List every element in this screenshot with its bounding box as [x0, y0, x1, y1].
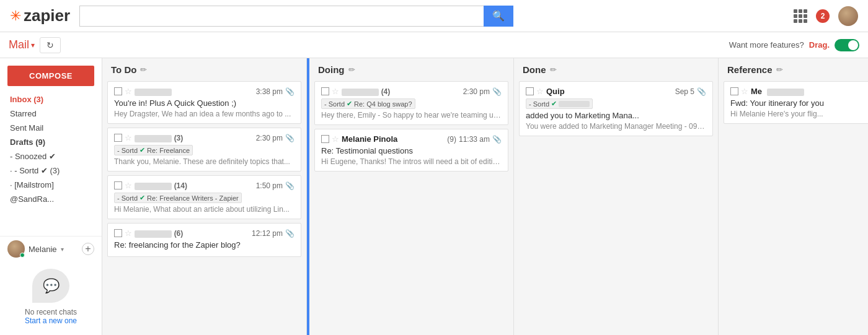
table-row[interactable]: ☆ Me Fwd: Your itinerary for you Hi Mela… [724, 81, 868, 124]
toggle-knob [848, 40, 858, 50]
attachment-icon: 📎 [285, 87, 294, 96]
header-right: 2 [794, 6, 858, 26]
kanban-col-doing: Doing ✏ ☆ (4) 2:30 pm 📎 [309, 58, 514, 335]
kanban-content: To Do ✏ ☆ 3:38 pm 📎 [102, 58, 868, 335]
table-row[interactable]: ☆ Melanie Pinola (9) 11:33 am 📎 Re: Test… [314, 129, 508, 172]
user-dropdown-icon: ▾ [61, 246, 64, 253]
sender-name [135, 87, 254, 96]
star-icon[interactable]: ☆ [536, 87, 544, 96]
table-row[interactable]: ☆ (14) 1:50 pm 📎 - Sortd ✔ Re: Freelanc [107, 175, 301, 219]
apps-grid-icon[interactable] [794, 9, 807, 23]
col-header-reference: Reference ✏ [719, 58, 868, 79]
col-edit-icon-reference[interactable]: ✏ [776, 65, 783, 74]
email-snippet: You were added to Marketing Manager Meet… [526, 122, 706, 131]
star-icon[interactable]: ☆ [741, 87, 748, 96]
refresh-button[interactable]: ↻ [40, 37, 61, 53]
star-icon[interactable]: ☆ [125, 87, 132, 96]
table-row[interactable]: ☆ (4) 2:30 pm 📎 - Sortd ✔ Re: Q4 blog s [314, 81, 508, 125]
attachment-icon: 📎 [492, 135, 502, 144]
sidebar-user[interactable]: Melanie ▾ + [0, 236, 102, 261]
star-icon[interactable]: ☆ [125, 181, 132, 190]
card-checkbox[interactable] [321, 135, 329, 143]
no-recent-chats-label: No recent chats [25, 308, 77, 316]
feature-toggle[interactable] [835, 39, 859, 51]
notification-badge[interactable]: 2 [816, 9, 830, 23]
col-header-done: Done ✏ [514, 58, 718, 79]
col-title-done: Done [523, 64, 546, 75]
card-checkbox[interactable] [114, 229, 122, 237]
table-row[interactable]: ☆ (3) 2:30 pm 📎 - Sortd ✔ Re: Freelance [107, 128, 301, 172]
kanban-col-done: Done ✏ ☆ Quip Sep 5 📎 - Sortd [514, 58, 719, 335]
email-subject: Re: Testimonial questions [321, 146, 502, 155]
sidebar-item-sortd[interactable]: · - Sortd ✔ (3) [0, 163, 102, 178]
tag-badge: - Sortd ✔ Re: Q4 blog swap? [321, 98, 415, 109]
card-checkbox[interactable] [730, 87, 738, 95]
card-checkbox[interactable] [526, 87, 534, 95]
star-icon[interactable]: ☆ [125, 228, 132, 238]
sidebar-item-drafts[interactable]: Drafts (9) [0, 135, 102, 149]
kanban-board: To Do ✏ ☆ 3:38 pm 📎 [102, 58, 868, 335]
chat-section: 💬 No recent chats Start a new one [0, 264, 102, 330]
star-icon[interactable]: ☆ [332, 87, 339, 96]
start-new-chat-link[interactable]: Start a new one [25, 316, 77, 325]
col-title-reference: Reference [727, 64, 773, 75]
sidebar-item-sandra[interactable]: @SandRa... [0, 192, 102, 206]
star-icon[interactable]: ☆ [332, 134, 339, 144]
sender-name: (6) [135, 228, 249, 238]
email-time: 12:12 pm [252, 229, 283, 238]
drag-label: Drag. [809, 40, 830, 50]
attachment-icon: 📎 [285, 229, 294, 238]
card-checkbox[interactable] [114, 181, 122, 189]
mail-dropdown-icon: ▾ [31, 41, 35, 50]
col-body-todo: ☆ 3:38 pm 📎 You're in! Plus A Quick Ques… [102, 79, 306, 335]
email-subject: You're in! Plus A Quick Question ;) [114, 98, 294, 108]
sender-name: Melanie Pinola [342, 134, 443, 144]
col-body-done: ☆ Quip Sep 5 📎 - Sortd ✔ added you to Ma… [514, 79, 718, 335]
sidebar-item-mailstrom[interactable]: · [Mailstrom] [0, 178, 102, 192]
sidebar-item-snoozed[interactable]: - Snoozed ✔ [0, 149, 102, 163]
chat-icon: 💬 [43, 278, 60, 294]
star-icon[interactable]: ☆ [125, 133, 132, 142]
compose-button[interactable]: COMPOSE [7, 66, 94, 86]
email-time: Sep 5 [675, 87, 694, 96]
col-edit-icon-done[interactable]: ✏ [550, 65, 557, 74]
search-input[interactable] [79, 6, 484, 27]
sender-name: Me [751, 87, 868, 96]
search-bar: 🔍 [79, 6, 513, 27]
add-account-button[interactable]: + [82, 243, 94, 255]
online-status-dot [20, 253, 25, 258]
attachment-icon: 📎 [697, 87, 706, 96]
sidebar-item-inbox[interactable]: Inbox (3) [0, 92, 102, 107]
tag-badge: - Sortd ✔ [526, 98, 593, 109]
email-snippet: Hi Melanie Here's your flig... [730, 110, 868, 118]
email-time: 3:38 pm [256, 87, 283, 96]
logo: ✳ zapier [10, 6, 72, 25]
email-time: 1:50 pm [256, 181, 283, 190]
col-edit-icon-doing[interactable]: ✏ [348, 65, 355, 74]
want-more-features: Want more features? Drag. [729, 39, 859, 51]
col-title-todo: To Do [111, 64, 136, 75]
email-snippet: Hey there, Emily - So happy to hear we'r… [321, 111, 502, 120]
logo-star-icon: ✳ [10, 8, 21, 24]
search-icon: 🔍 [492, 11, 505, 21]
email-time: 2:30 pm [463, 87, 490, 96]
sidebar-item-starred[interactable]: Starred [0, 107, 102, 121]
sender-name: (3) [135, 133, 254, 142]
card-checkbox[interactable] [321, 87, 329, 95]
email-snippet: Thank you, Melanie. These are definitely… [114, 157, 294, 166]
table-row[interactable]: ☆ Quip Sep 5 📎 - Sortd ✔ added you to Ma… [519, 81, 713, 136]
sender-name: Quip [546, 87, 673, 96]
avatar[interactable] [838, 6, 858, 26]
table-row[interactable]: ☆ (6) 12:12 pm 📎 Re: freelancing for the… [107, 223, 301, 257]
sidebar-item-sent[interactable]: Sent Mail [0, 121, 102, 135]
table-row[interactable]: ☆ 3:38 pm 📎 You're in! Plus A Quick Ques… [107, 81, 301, 124]
logo-text: zapier [24, 6, 70, 25]
card-checkbox[interactable] [114, 87, 122, 95]
search-button[interactable]: 🔍 [484, 6, 513, 27]
mail-label[interactable]: Mail ▾ [9, 38, 35, 51]
kanban-col-todo: To Do ✏ ☆ 3:38 pm 📎 [102, 58, 307, 335]
card-checkbox[interactable] [114, 134, 122, 142]
user-avatar [7, 240, 25, 258]
tag-badge: - Sortd ✔ Re: Freelance Writers - Zapier [114, 193, 242, 203]
col-edit-icon-todo[interactable]: ✏ [140, 65, 147, 74]
